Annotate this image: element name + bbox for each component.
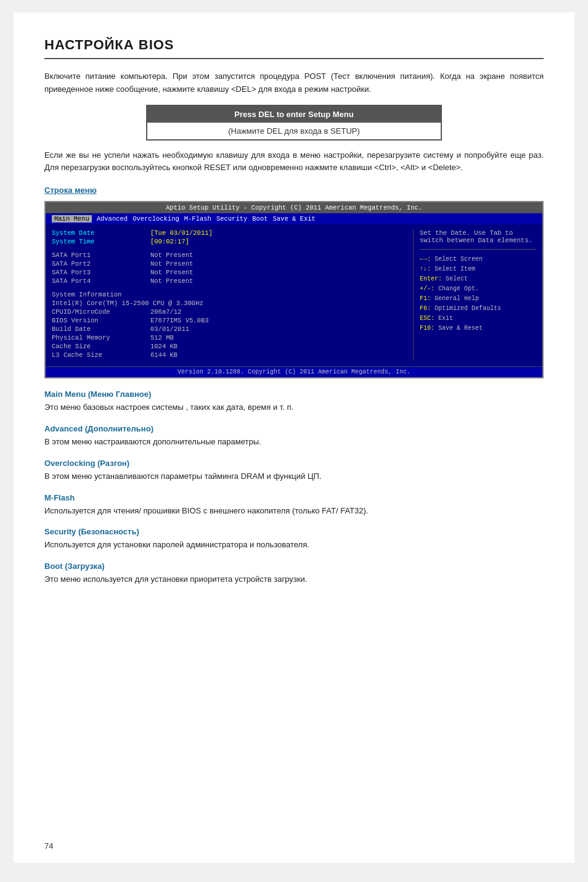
key-esc: ESC: Exit	[420, 314, 536, 324]
bios-left-panel: System Date [Tue 03/01/2011] System Time…	[52, 229, 413, 361]
key-select-screen: ←→: Select Screen	[420, 255, 536, 264]
sata-port4-value: Not Present	[150, 277, 193, 285]
section-4-text: Используется для установки паролей админ…	[44, 539, 544, 552]
sections-container: Main Menu (Меню Главное) Это меню базовы…	[44, 390, 544, 586]
bios-version-label: BIOS Version	[52, 317, 150, 324]
bios-menu-advanced[interactable]: Advanced	[97, 215, 128, 223]
system-time-value: [00:02:17]	[150, 238, 189, 245]
sata-port2-value: Not Present	[150, 260, 193, 267]
section-5-heading: Boot (Загрузка)	[44, 561, 544, 571]
bios-menu-security[interactable]: Security	[216, 215, 247, 223]
cpu-row: Intel(R) Core(TM) i5-2500 CPU @ 3.30GHz	[52, 300, 407, 307]
key-enter: Enter: Select	[420, 274, 536, 284]
physical-memory-row: Physical Memory 512 MB	[52, 334, 407, 341]
section-5-text: Это меню используется для установки прио…	[44, 573, 544, 586]
key-change-opt: +/-: Change Opt.	[420, 284, 536, 294]
key-f1: F1: General Help	[420, 294, 536, 304]
system-time-row: System Time [00:02:17]	[52, 238, 407, 245]
sata-port4-row: SATA Port4 Not Present	[52, 277, 407, 285]
physical-memory-label: Physical Memory	[52, 334, 150, 341]
del-box: Press DEL to enter Setup Menu (Нажмите D…	[146, 105, 442, 141]
section-2-text: В этом меню устанавливаются параметры та…	[44, 470, 544, 483]
page-number: 74	[44, 841, 53, 851]
section-1-heading: Advanced (Дополнительно)	[44, 424, 544, 433]
page: НАСТРОЙКА BIOS Включите питание компьюте…	[14, 12, 574, 863]
bios-version-row: BIOS Version E7677IMS V5.0B3	[52, 317, 407, 324]
build-date-value: 03/01/2011	[150, 325, 189, 333]
l3-cache-row: L3 Cache Size 6144 KB	[52, 351, 407, 359]
physical-memory-value: 512 MB	[150, 334, 174, 341]
bios-menu-save-exit[interactable]: Save & Exit	[273, 215, 316, 223]
cpu-label: Intel(R) Core(TM) i5-2500 CPU @ 3.30GHz	[52, 300, 203, 307]
cache-size-value: 1024 KB	[150, 343, 178, 350]
sata-port3-label: SATA Port3	[52, 269, 150, 276]
bios-help-keys: ←→: Select Screen ↑↓: Select Item Enter:…	[420, 255, 536, 333]
sata-port3-row: SATA Port3 Not Present	[52, 269, 407, 276]
system-date-value: [Tue 03/01/2011]	[150, 229, 213, 237]
build-date-row: Build Date 03/01/2011	[52, 325, 407, 333]
del-box-bottom: (Нажмите DEL для входа в SETUP)	[147, 123, 441, 139]
build-date-label: Build Date	[52, 325, 150, 333]
sata-port2-label: SATA Port2	[52, 260, 150, 267]
sata-port1-value: Not Present	[150, 251, 193, 259]
cpuid-label: CPUID/MicroCode	[52, 308, 150, 316]
page-title: НАСТРОЙКА BIOS	[44, 37, 544, 59]
key-f6: F6: Optimized Defaults	[420, 304, 536, 314]
cache-size-row: Cache Size 1024 KB	[52, 343, 407, 350]
bios-title-bar: Aptio Setup Utility - Copyright (C) 2011…	[46, 202, 542, 213]
l3-cache-label: L3 Cache Size	[52, 351, 150, 359]
system-date-label: System Date	[52, 229, 150, 237]
menu-row-heading: Строка меню	[44, 186, 544, 195]
bios-footer: Version 2.10.1208. Copyright (C) 2011 Am…	[46, 366, 542, 377]
bios-menu-bar: Main Menu Advanced Overclocking M-Flash …	[46, 213, 542, 224]
key-f10: F10: Save & Reset	[420, 324, 536, 333]
bios-body: System Date [Tue 03/01/2011] System Time…	[46, 224, 542, 366]
sata-port4-label: SATA Port4	[52, 277, 150, 285]
sata-port2-row: SATA Port2 Not Present	[52, 260, 407, 267]
l3-cache-value: 6144 KB	[150, 351, 178, 359]
system-date-row: System Date [Tue 03/01/2011]	[52, 229, 407, 237]
cpuid-value: 206a7/12	[150, 308, 181, 316]
section-0-text: Это меню базовых настроек системы , таки…	[44, 401, 544, 414]
sata-port3-value: Not Present	[150, 269, 193, 276]
bios-version-value: E7677IMS V5.0B3	[150, 317, 209, 324]
bios-menu-boot[interactable]: Boot	[252, 215, 267, 223]
after-del-text: Если же вы не успели нажать необходимую …	[44, 149, 544, 175]
section-4-heading: Security (Безопасность)	[44, 527, 544, 536]
system-info-label: System Information	[52, 291, 150, 298]
section-1-text: В этом меню настраиваются дополнительные…	[44, 436, 544, 449]
bios-menu-mflash[interactable]: M-Flash	[184, 215, 211, 223]
section-0-heading: Main Menu (Меню Главное)	[44, 390, 544, 399]
cpuid-row: CPUID/MicroCode 206a7/12	[52, 308, 407, 316]
bios-menu-main[interactable]: Main Menu	[52, 215, 92, 223]
section-2-heading: Overclocking (Разгон)	[44, 459, 544, 468]
section-3-heading: M-Flash	[44, 493, 544, 502]
intro-text: Включите питание компьютера. При этом за…	[44, 70, 544, 96]
cache-size-label: Cache Size	[52, 343, 150, 350]
sata-port1-label: SATA Port1	[52, 251, 150, 259]
del-box-top: Press DEL to enter Setup Menu	[147, 106, 441, 123]
system-time-label: System Time	[52, 238, 150, 245]
bios-right-panel: Set the Date. Use Tab to switch between …	[413, 229, 536, 361]
bios-menu-overclocking[interactable]: Overclocking	[133, 215, 179, 223]
key-select-item: ↑↓: Select Item	[420, 264, 536, 274]
sata-port1-row: SATA Port1 Not Present	[52, 251, 407, 259]
bios-help-text: Set the Date. Use Tab to switch between …	[420, 229, 536, 244]
system-info-row: System Information	[52, 291, 407, 298]
bios-screenshot: Aptio Setup Utility - Copyright (C) 2011…	[44, 201, 544, 378]
section-3-text: Используется для чтения/ прошивки BIOS с…	[44, 505, 544, 518]
